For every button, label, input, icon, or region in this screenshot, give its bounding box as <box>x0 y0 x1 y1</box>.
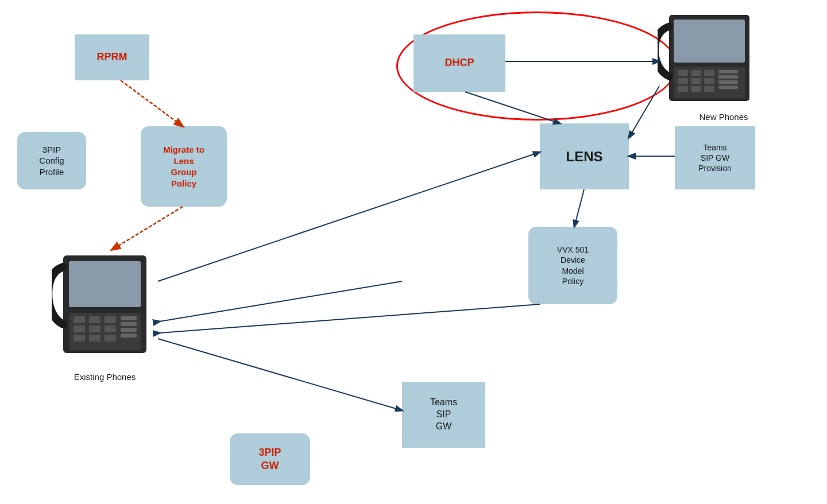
svg-rect-14 <box>121 328 137 332</box>
diagram: RPRM 3PIPConfigProfile Migrate toLensGro… <box>0 0 827 504</box>
vvx-to-existing-arrow <box>160 304 540 333</box>
existing-phones-label: Existing Phones <box>52 372 158 382</box>
lens-back-to-existing <box>160 281 402 321</box>
svg-rect-29 <box>718 75 738 79</box>
lens-to-vvx-arrow <box>574 189 584 227</box>
migrate-box: Migrate toLensGroupPolicy <box>141 126 227 207</box>
svg-rect-23 <box>691 78 701 84</box>
svg-rect-4 <box>89 316 101 323</box>
svg-rect-30 <box>718 80 738 84</box>
migrate-to-existing-arrow <box>112 207 183 250</box>
svg-rect-5 <box>105 316 116 323</box>
svg-rect-8 <box>105 325 116 332</box>
3pip-gw-label: 3PIPGW <box>258 446 281 473</box>
svg-rect-3 <box>74 316 85 323</box>
existing-to-teamssipgw-arrow <box>158 339 402 410</box>
svg-rect-13 <box>121 322 137 326</box>
teams-sip-gw-provision-box: TeamsSIP GWProvision <box>675 126 755 189</box>
teams-sip-gw-provision-label: TeamsSIP GWProvision <box>698 142 732 174</box>
lens-box: LENS <box>540 123 629 189</box>
existing-phone-svg <box>52 250 158 367</box>
rprm-box: RPRM <box>75 34 149 80</box>
svg-rect-12 <box>121 316 137 320</box>
svg-rect-6 <box>74 325 85 332</box>
svg-rect-24 <box>704 78 714 84</box>
svg-rect-1 <box>69 261 141 307</box>
teams-sip-gw-box: TeamsSIPGW <box>402 382 485 448</box>
svg-rect-17 <box>674 20 745 63</box>
3pip-config-box: 3PIPConfigProfile <box>17 132 86 189</box>
rprm-to-migrate-arrow <box>121 80 183 126</box>
dhcp-label: DHCP <box>445 56 474 69</box>
newphones-to-lens-arrow <box>629 86 659 138</box>
svg-rect-22 <box>678 78 688 84</box>
svg-rect-10 <box>89 335 101 342</box>
teams-sip-gw-label: TeamsSIPGW <box>430 397 457 432</box>
existing-phone <box>52 250 158 367</box>
3pip-gw-box: 3PIPGW <box>230 433 310 485</box>
new-phones-label: New Phones <box>695 112 752 122</box>
new-phone <box>658 10 764 111</box>
vvx501-box: VVX 501DeviceModelPolicy <box>528 227 617 304</box>
svg-rect-21 <box>704 70 714 76</box>
migrate-label: Migrate toLensGroupPolicy <box>163 144 204 189</box>
svg-rect-28 <box>718 70 738 73</box>
dhcp-box: DHCP <box>413 34 505 92</box>
svg-rect-26 <box>691 86 701 92</box>
svg-rect-11 <box>105 335 116 342</box>
dhcp-to-lens-arrow <box>465 92 560 123</box>
svg-rect-19 <box>678 70 688 76</box>
svg-rect-31 <box>718 86 738 89</box>
vvx501-label: VVX 501DeviceModelPolicy <box>557 245 589 286</box>
3pip-config-label: 3PIPConfigProfile <box>39 144 64 178</box>
svg-rect-9 <box>74 335 85 342</box>
svg-rect-20 <box>691 70 701 76</box>
svg-rect-7 <box>89 325 101 332</box>
rprm-label: RPRM <box>97 51 127 64</box>
lens-label: LENS <box>566 148 602 165</box>
svg-rect-25 <box>678 86 688 92</box>
svg-rect-27 <box>704 86 714 92</box>
new-phone-svg <box>658 10 764 111</box>
svg-rect-15 <box>121 334 137 338</box>
